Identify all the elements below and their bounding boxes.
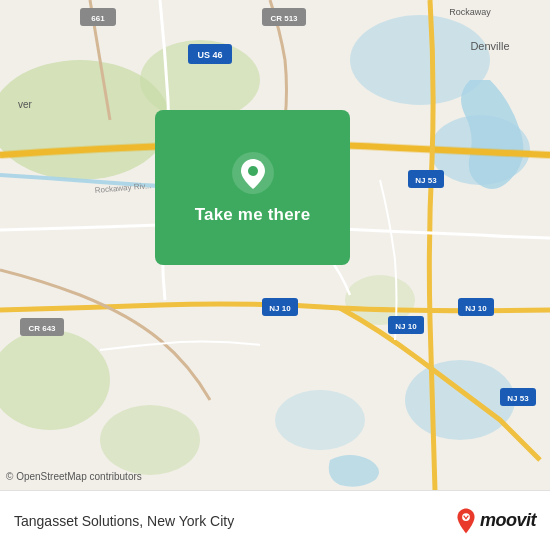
- svg-point-7: [275, 390, 365, 450]
- map-container: US 46 NJ 10 NJ 10 NJ 10 NJ 53 NJ 53 CR 6…: [0, 0, 550, 490]
- footer-bar: Tangasset Solutions, New York City moovi…: [0, 490, 550, 550]
- svg-text:NJ 10: NJ 10: [465, 304, 487, 313]
- svg-point-8: [100, 405, 200, 475]
- svg-text:Rockaway: Rockaway: [449, 7, 491, 17]
- moovit-logo: moovit: [452, 507, 536, 535]
- svg-point-34: [248, 166, 258, 176]
- svg-point-35: [462, 513, 470, 521]
- cta-card: Take me there: [155, 110, 350, 265]
- take-me-there-button[interactable]: Take me there: [195, 205, 311, 225]
- moovit-pin-icon: [452, 507, 480, 535]
- svg-text:US 46: US 46: [197, 50, 222, 60]
- svg-point-6: [405, 360, 515, 440]
- moovit-brand-text: moovit: [480, 510, 536, 531]
- svg-text:NJ 10: NJ 10: [269, 304, 291, 313]
- svg-text:NJ 10: NJ 10: [395, 322, 417, 331]
- location-title: Tangasset Solutions, New York City: [14, 513, 234, 529]
- svg-text:CR 513: CR 513: [270, 14, 298, 23]
- attribution-text: © OpenStreetMap contributors: [6, 471, 142, 482]
- svg-text:CR 643: CR 643: [28, 324, 56, 333]
- svg-text:661: 661: [91, 14, 105, 23]
- svg-text:NJ 53: NJ 53: [415, 176, 437, 185]
- location-pin-icon: [231, 151, 275, 195]
- svg-text:Denville: Denville: [470, 40, 509, 52]
- svg-text:ver: ver: [18, 99, 33, 110]
- svg-text:NJ 53: NJ 53: [507, 394, 529, 403]
